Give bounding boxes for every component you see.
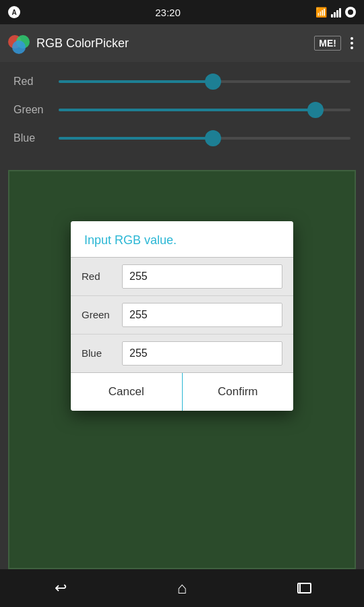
app-bar-right: ME! (314, 34, 356, 52)
recents-button[interactable] (286, 575, 320, 602)
nav-bar: ↩ ⌂ (0, 569, 364, 607)
recents-icon (297, 583, 309, 594)
red-input[interactable] (122, 264, 282, 289)
status-time: 23:20 (155, 7, 181, 18)
signal-icon (331, 7, 341, 18)
overflow-menu-icon[interactable] (348, 34, 356, 52)
app-title-section: RGB ColorPicker (8, 32, 129, 54)
dialog-title: Input RGB value. (71, 221, 293, 258)
blue-input-row: Blue (71, 335, 293, 372)
blue-field-label: Blue (82, 347, 122, 359)
dialog-buttons: Cancel Confirm (71, 372, 293, 411)
wifi-icon: 📶 (315, 7, 327, 18)
blue-input[interactable] (122, 341, 282, 366)
app-bar: RGB ColorPicker ME! (0, 24, 364, 62)
green-input-row: Green (71, 296, 293, 335)
dialog-overlay: Input RGB value. Red Green Blue (0, 62, 364, 569)
status-bar: A 23:20 📶 (0, 0, 364, 24)
me-button[interactable]: ME! (314, 36, 341, 51)
app-title-text: RGB ColorPicker (36, 36, 129, 51)
main-content: Red Green Blue Input RGB value. (0, 62, 364, 569)
status-left: A (8, 6, 20, 18)
back-arrow-icon: ↩ (55, 579, 67, 597)
back-button[interactable]: ↩ (44, 575, 78, 602)
status-right: 📶 (315, 7, 356, 18)
app-logo (8, 32, 30, 54)
home-icon: ⌂ (177, 579, 187, 598)
rgb-input-dialog: Input RGB value. Red Green Blue (71, 221, 293, 411)
red-input-row: Red (71, 258, 293, 296)
cancel-button[interactable]: Cancel (71, 373, 183, 411)
home-button[interactable]: ⌂ (165, 575, 199, 602)
gear-icon (345, 7, 356, 18)
green-input[interactable] (122, 303, 282, 327)
dialog-body: Red Green Blue (71, 258, 293, 372)
green-field-label: Green (82, 309, 122, 320)
red-field-label: Red (82, 270, 122, 282)
android-icon: A (8, 6, 20, 18)
svg-point-2 (12, 40, 26, 54)
confirm-button[interactable]: Confirm (183, 373, 294, 411)
